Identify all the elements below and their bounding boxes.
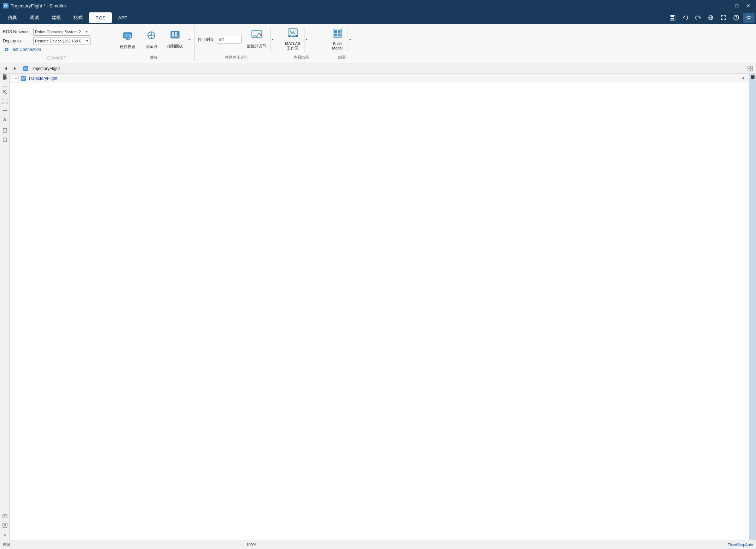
stop-time-row: 停止时间 [198, 36, 242, 43]
redo-button[interactable] [692, 13, 704, 23]
menu-item-format[interactable]: 格式 [67, 12, 89, 23]
arrow-button[interactable] [1, 106, 9, 114]
forward-button[interactable] [11, 64, 19, 73]
svg-rect-43 [748, 66, 750, 68]
svg-marker-5 [699, 17, 700, 19]
deploy-content: Build Model ▾ [324, 25, 360, 54]
test-points-button[interactable]: 测试点 [141, 28, 162, 52]
stop-time-input[interactable] [217, 36, 242, 43]
ros-network-row: ROS Network Robot Operating System 2 ...… [3, 28, 91, 36]
svg-rect-27 [175, 32, 177, 34]
menu-bar: 仿真 调试 建模 格式 ROS APP [0, 11, 756, 24]
menu-item-app[interactable]: APP [112, 12, 134, 23]
menu-item-simulation[interactable]: 仿真 [1, 12, 23, 23]
collapse-sidebar-button[interactable]: « [1, 531, 9, 538]
build-model-group: Build Model ▾ [327, 27, 353, 52]
text-button[interactable]: A [1, 116, 9, 123]
canvas-chevron-icon[interactable]: ▼ [740, 76, 746, 81]
matlab-workspace-label: MATLAB 工作区 [285, 41, 300, 51]
svg-rect-26 [172, 32, 174, 34]
block-button[interactable] [1, 127, 9, 134]
prepare-content: 硬件设置 测试点 [113, 25, 194, 54]
menu-item-debug[interactable]: 调试 [23, 12, 45, 23]
svg-rect-17 [127, 38, 128, 39]
svg-text:MATLAB: MATLAB [287, 35, 298, 37]
svg-marker-4 [683, 17, 684, 19]
svg-rect-2 [671, 15, 674, 17]
undo-button[interactable] [680, 13, 691, 23]
canvas-model-icon [21, 76, 26, 81]
svg-rect-30 [172, 36, 178, 37]
canvas-header-right: ▼ [740, 76, 746, 81]
monitor-dropdown-button[interactable]: ▾ [270, 27, 275, 52]
save-button[interactable] [667, 13, 678, 23]
left-sidebar-top-group: 模型层级 属性检查器 [1, 75, 8, 85]
ros-network-arrow-icon: ▼ [85, 30, 88, 34]
ribbon: ROS Network Robot Operating System 2 ...… [0, 24, 756, 63]
ros-network-dropdown[interactable]: Robot Operating System 2 ... ▼ [33, 28, 90, 36]
build-model-icon [332, 28, 343, 41]
left-sidebar-sep-1 [2, 86, 8, 87]
build-model-label: Build Model [332, 42, 343, 50]
expand-button[interactable] [718, 13, 729, 23]
canvas-collapse-button[interactable]: − [13, 76, 18, 81]
matlab-workspace-group: MATLAB MATLAB 工作区 ▾ [281, 27, 309, 52]
monitor-group: 监控并调节 ▾ [243, 27, 275, 52]
layout-button[interactable] [746, 64, 755, 73]
help-button[interactable]: ? [731, 13, 742, 23]
right-sidebar-tab-hierarchy[interactable]: 模型层级 [749, 74, 756, 80]
canvas-header: − TrajectoryFlight ▼ [10, 74, 749, 83]
svg-point-24 [150, 34, 152, 36]
maximize-button[interactable]: □ [732, 2, 742, 9]
breadcrumb: TrajectoryFlight [31, 66, 60, 71]
control-panel-button[interactable]: 控制面板 [163, 27, 187, 51]
title-bar: TrajectoryFlight * - Simulink ─ □ ✕ [0, 0, 756, 11]
svg-rect-45 [748, 69, 750, 71]
svg-rect-44 [751, 66, 753, 68]
fit-button[interactable] [1, 97, 9, 105]
close-button[interactable]: ✕ [743, 2, 753, 9]
test-points-icon [146, 30, 157, 43]
right-sidebar-tab-properties[interactable]: 属性检查器 [749, 80, 756, 85]
build-model-button[interactable]: Build Model [327, 27, 348, 51]
control-panel-dropdown-button[interactable]: ▾ [187, 27, 192, 52]
canvas-wrapper: 模型层级 属性检查器 [0, 74, 756, 540]
ribbon-results-section: MATLAB MATLAB 工作区 ▾ 查看结果 [278, 25, 324, 62]
toolbar-separator-1 [21, 65, 21, 72]
back-button[interactable] [1, 64, 10, 73]
matlab-workspace-button[interactable]: MATLAB MATLAB 工作区 [281, 27, 304, 51]
ribbon-deploy-section: Build Model ▾ 部署 [324, 25, 360, 62]
deploy-to-dropdown[interactable]: Remote Device (192.168.0.... ▼ [33, 37, 91, 45]
test-points-label: 测试点 [146, 44, 157, 49]
breadcrumb-model-icon [23, 66, 29, 71]
checkbox-button[interactable] [1, 136, 9, 144]
monitor-icon [251, 29, 262, 42]
hardware-setup-label: 硬件设置 [120, 44, 135, 49]
matlab-workspace-dropdown-button[interactable]: ▾ [304, 27, 309, 52]
deploy-to-arrow-icon: ▼ [86, 39, 89, 43]
svg-point-13 [6, 49, 7, 50]
window-controls: ─ □ ✕ [721, 2, 753, 9]
monitor-button[interactable]: 监控并调节 [243, 27, 270, 51]
matlab-workspace-icon: MATLAB [287, 27, 298, 40]
svg-point-11 [748, 17, 750, 19]
svg-marker-40 [5, 67, 7, 70]
test-connection-icon [4, 47, 9, 52]
breadcrumb-text: TrajectoryFlight [31, 66, 60, 71]
svg-rect-56 [3, 515, 7, 518]
hardware-setup-button[interactable]: 硬件设置 [116, 28, 139, 52]
status-bar: 就绪 100% FixedStepAuto [0, 540, 756, 549]
menu-item-modeling[interactable]: 建模 [45, 12, 67, 23]
settings-button[interactable] [743, 13, 755, 23]
test-connection-button[interactable]: Test Connection [3, 46, 91, 53]
monitor-label: 监控并调节 [247, 43, 266, 49]
model-settings-button[interactable] [1, 521, 9, 529]
build-model-dropdown-button[interactable]: ▾ [348, 27, 353, 52]
svg-rect-37 [338, 30, 341, 33]
minimize-button[interactable]: ─ [721, 2, 731, 9]
search-button[interactable] [705, 13, 716, 23]
data-inspector-button[interactable] [1, 512, 9, 520]
canvas-content[interactable] [10, 83, 749, 540]
menu-item-ros[interactable]: ROS [89, 12, 112, 23]
zoom-button[interactable] [1, 88, 9, 96]
